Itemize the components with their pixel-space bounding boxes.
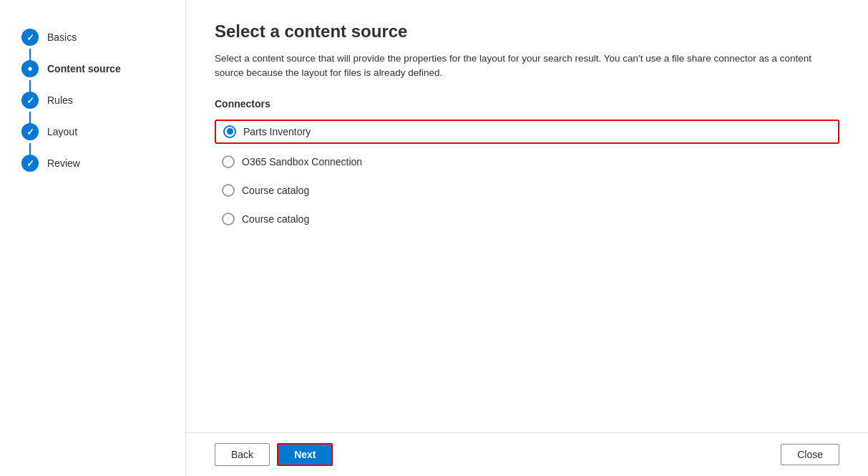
radio-course-catalog-2 bbox=[222, 213, 235, 225]
step-label-review: Review bbox=[47, 157, 80, 169]
step-label-rules: Rules bbox=[47, 94, 73, 106]
connectors-label: Connectors bbox=[215, 98, 839, 110]
connector-option-parts-inventory[interactable]: Parts Inventory bbox=[215, 120, 839, 144]
footer-left: Back Next bbox=[215, 443, 333, 466]
footer: Back Next Close bbox=[186, 432, 868, 476]
connector-label-course-catalog-1: Course catalog bbox=[242, 185, 309, 196]
step-label-basics: Basics bbox=[47, 31, 77, 43]
sidebar-step-review[interactable]: ✓Review bbox=[21, 147, 185, 179]
sidebar-step-layout[interactable]: ✓Layout bbox=[21, 116, 185, 147]
step-icon-basics: ✓ bbox=[21, 29, 39, 46]
page-description: Select a content source that will provid… bbox=[215, 52, 830, 81]
connector-label-o365-sandbox: O365 Sandbox Connection bbox=[242, 156, 362, 167]
connector-option-course-catalog-2[interactable]: Course catalog bbox=[215, 208, 839, 230]
step-icon-content-source: • bbox=[21, 60, 39, 77]
connector-label-course-catalog-2: Course catalog bbox=[242, 213, 309, 225]
sidebar-step-basics[interactable]: ✓Basics bbox=[21, 21, 185, 53]
step-label-layout: Layout bbox=[47, 126, 77, 137]
sidebar-step-content-source[interactable]: •Content source bbox=[21, 53, 185, 84]
radio-o365-sandbox bbox=[222, 155, 235, 168]
close-button[interactable]: Close bbox=[781, 444, 839, 465]
connectors-list: Parts InventoryO365 Sandbox ConnectionCo… bbox=[215, 120, 839, 230]
radio-parts-inventory bbox=[223, 125, 236, 138]
back-button[interactable]: Back bbox=[215, 443, 270, 466]
step-label-content-source: Content source bbox=[47, 63, 121, 74]
step-icon-review: ✓ bbox=[21, 155, 39, 172]
sidebar: ✓Basics•Content source✓Rules✓Layout✓Revi… bbox=[0, 0, 186, 476]
connector-label-parts-inventory: Parts Inventory bbox=[243, 126, 311, 137]
page-title: Select a content source bbox=[215, 21, 839, 42]
step-icon-layout: ✓ bbox=[21, 123, 39, 140]
connector-option-o365-sandbox[interactable]: O365 Sandbox Connection bbox=[215, 151, 839, 173]
main-content: Select a content source Select a content… bbox=[186, 0, 868, 432]
radio-course-catalog-1 bbox=[222, 184, 235, 197]
sidebar-step-rules[interactable]: ✓Rules bbox=[21, 84, 185, 116]
step-icon-rules: ✓ bbox=[21, 92, 39, 109]
connector-option-course-catalog-1[interactable]: Course catalog bbox=[215, 180, 839, 201]
next-button[interactable]: Next bbox=[277, 443, 333, 466]
